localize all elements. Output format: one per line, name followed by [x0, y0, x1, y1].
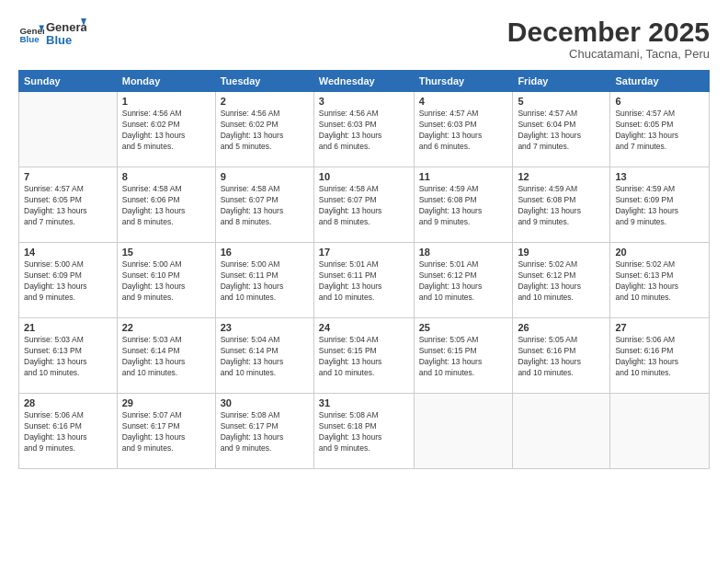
day-cell: 8Sunrise: 4:58 AMSunset: 6:06 PMDaylight…	[117, 167, 215, 243]
col-sunday: Sunday	[19, 71, 118, 92]
svg-text:General: General	[46, 20, 86, 34]
day-number: 21	[24, 322, 112, 333]
day-cell: 14Sunrise: 5:00 AMSunset: 6:09 PMDayligh…	[19, 243, 118, 318]
svg-text:Blue: Blue	[46, 33, 72, 47]
day-cell: 7Sunrise: 4:57 AMSunset: 6:05 PMDaylight…	[19, 167, 118, 243]
day-number: 5	[518, 96, 605, 107]
day-number: 2	[221, 96, 309, 107]
day-info: Sunrise: 5:03 AMSunset: 6:13 PMDaylight:…	[24, 335, 112, 379]
day-number: 31	[319, 397, 409, 408]
day-cell: 9Sunrise: 4:58 AMSunset: 6:07 PMDaylight…	[215, 167, 313, 243]
day-number: 9	[221, 171, 309, 182]
day-info: Sunrise: 5:08 AMSunset: 6:18 PMDaylight:…	[319, 410, 409, 454]
col-monday: Monday	[117, 71, 215, 92]
day-number: 25	[419, 322, 508, 333]
day-number: 29	[122, 397, 210, 408]
day-cell	[513, 394, 610, 469]
day-cell: 20Sunrise: 5:02 AMSunset: 6:13 PMDayligh…	[610, 243, 710, 318]
day-cell: 13Sunrise: 4:59 AMSunset: 6:09 PMDayligh…	[610, 167, 710, 243]
col-tuesday: Tuesday	[215, 71, 313, 92]
day-number: 12	[518, 171, 605, 182]
calendar-subtitle: Chucatamani, Tacna, Peru	[507, 47, 710, 61]
calendar-table: Sunday Monday Tuesday Wednesday Thursday…	[18, 70, 710, 469]
calendar-title: December 2025	[507, 17, 710, 47]
day-info: Sunrise: 5:02 AMSunset: 6:12 PMDaylight:…	[518, 259, 605, 304]
col-saturday: Saturday	[610, 71, 710, 92]
day-cell: 10Sunrise: 4:58 AMSunset: 6:07 PMDayligh…	[313, 167, 414, 243]
day-cell	[610, 394, 710, 469]
day-number: 20	[615, 247, 704, 258]
day-number: 13	[615, 171, 704, 182]
day-cell: 5Sunrise: 4:57 AMSunset: 6:04 PMDaylight…	[513, 92, 610, 167]
day-cell: 21Sunrise: 5:03 AMSunset: 6:13 PMDayligh…	[19, 318, 118, 394]
day-cell: 28Sunrise: 5:06 AMSunset: 6:16 PMDayligh…	[19, 394, 118, 469]
day-info: Sunrise: 5:00 AMSunset: 6:11 PMDaylight:…	[221, 259, 309, 304]
day-info: Sunrise: 4:57 AMSunset: 6:05 PMDaylight:…	[615, 109, 704, 153]
day-cell: 22Sunrise: 5:03 AMSunset: 6:14 PMDayligh…	[117, 318, 215, 394]
day-info: Sunrise: 5:01 AMSunset: 6:12 PMDaylight:…	[419, 259, 508, 304]
day-info: Sunrise: 4:57 AMSunset: 6:04 PMDaylight:…	[518, 109, 605, 153]
day-cell: 12Sunrise: 4:59 AMSunset: 6:08 PMDayligh…	[513, 167, 610, 243]
title-section: December 2025 Chucatamani, Tacna, Peru	[507, 17, 710, 61]
day-number: 26	[518, 322, 605, 333]
day-number: 14	[24, 247, 112, 258]
day-info: Sunrise: 5:04 AMSunset: 6:14 PMDaylight:…	[221, 335, 309, 379]
day-number: 19	[518, 247, 605, 258]
day-cell: 17Sunrise: 5:01 AMSunset: 6:11 PMDayligh…	[313, 243, 414, 318]
day-info: Sunrise: 5:06 AMSunset: 6:16 PMDaylight:…	[615, 335, 704, 379]
day-cell: 15Sunrise: 5:00 AMSunset: 6:10 PMDayligh…	[117, 243, 215, 318]
day-number: 22	[122, 322, 210, 333]
day-info: Sunrise: 4:56 AMSunset: 6:03 PMDaylight:…	[319, 109, 409, 153]
day-number: 6	[615, 96, 704, 107]
day-cell: 31Sunrise: 5:08 AMSunset: 6:18 PMDayligh…	[313, 394, 414, 469]
day-cell: 25Sunrise: 5:05 AMSunset: 6:15 PMDayligh…	[414, 318, 513, 394]
day-cell: 6Sunrise: 4:57 AMSunset: 6:05 PMDaylight…	[610, 92, 710, 167]
col-wednesday: Wednesday	[313, 71, 414, 92]
logo: General Blue General Blue	[18, 17, 90, 53]
day-number: 1	[122, 96, 210, 107]
day-info: Sunrise: 4:58 AMSunset: 6:06 PMDaylight:…	[122, 184, 210, 228]
day-cell: 19Sunrise: 5:02 AMSunset: 6:12 PMDayligh…	[513, 243, 610, 318]
day-info: Sunrise: 4:57 AMSunset: 6:03 PMDaylight:…	[419, 109, 508, 153]
header: General Blue General Blue December 2025 …	[18, 17, 710, 61]
day-info: Sunrise: 4:56 AMSunset: 6:02 PMDaylight:…	[221, 109, 309, 153]
day-info: Sunrise: 5:04 AMSunset: 6:15 PMDaylight:…	[319, 335, 409, 379]
day-number: 7	[24, 171, 112, 182]
day-number: 18	[419, 247, 508, 258]
day-info: Sunrise: 4:59 AMSunset: 6:08 PMDaylight:…	[518, 184, 605, 228]
day-number: 28	[24, 397, 112, 408]
day-cell: 30Sunrise: 5:08 AMSunset: 6:17 PMDayligh…	[215, 394, 313, 469]
day-info: Sunrise: 5:05 AMSunset: 6:15 PMDaylight:…	[419, 335, 508, 379]
logo-icon: General Blue	[18, 22, 44, 48]
day-info: Sunrise: 5:06 AMSunset: 6:16 PMDaylight:…	[24, 410, 112, 454]
week-row-0: 1Sunrise: 4:56 AMSunset: 6:02 PMDaylight…	[19, 92, 710, 167]
day-number: 15	[122, 247, 210, 258]
day-cell: 16Sunrise: 5:00 AMSunset: 6:11 PMDayligh…	[215, 243, 313, 318]
day-info: Sunrise: 5:02 AMSunset: 6:13 PMDaylight:…	[615, 259, 704, 304]
svg-text:Blue: Blue	[19, 34, 40, 44]
day-cell: 27Sunrise: 5:06 AMSunset: 6:16 PMDayligh…	[610, 318, 710, 394]
day-number: 16	[221, 247, 309, 258]
day-info: Sunrise: 5:00 AMSunset: 6:09 PMDaylight:…	[24, 259, 112, 304]
day-info: Sunrise: 5:08 AMSunset: 6:17 PMDaylight:…	[221, 410, 309, 454]
day-cell	[19, 92, 118, 167]
day-info: Sunrise: 4:59 AMSunset: 6:09 PMDaylight:…	[615, 184, 704, 228]
day-number: 30	[221, 397, 309, 408]
week-row-4: 28Sunrise: 5:06 AMSunset: 6:16 PMDayligh…	[19, 394, 710, 469]
day-number: 24	[319, 322, 409, 333]
day-number: 27	[615, 322, 704, 333]
day-cell: 3Sunrise: 4:56 AMSunset: 6:03 PMDaylight…	[313, 92, 414, 167]
day-cell: 4Sunrise: 4:57 AMSunset: 6:03 PMDaylight…	[414, 92, 513, 167]
week-row-2: 14Sunrise: 5:00 AMSunset: 6:09 PMDayligh…	[19, 243, 710, 318]
calendar-body: 1Sunrise: 4:56 AMSunset: 6:02 PMDaylight…	[19, 92, 710, 469]
day-info: Sunrise: 5:01 AMSunset: 6:11 PMDaylight:…	[319, 259, 409, 304]
day-number: 8	[122, 171, 210, 182]
day-info: Sunrise: 5:03 AMSunset: 6:14 PMDaylight:…	[122, 335, 210, 379]
day-cell: 23Sunrise: 5:04 AMSunset: 6:14 PMDayligh…	[215, 318, 313, 394]
logo-graphic: General Blue	[46, 17, 86, 50]
day-number: 3	[319, 96, 409, 107]
day-number: 10	[319, 171, 409, 182]
week-row-1: 7Sunrise: 4:57 AMSunset: 6:05 PMDaylight…	[19, 167, 710, 243]
day-cell: 2Sunrise: 4:56 AMSunset: 6:02 PMDaylight…	[215, 92, 313, 167]
day-info: Sunrise: 4:56 AMSunset: 6:02 PMDaylight:…	[122, 109, 210, 153]
